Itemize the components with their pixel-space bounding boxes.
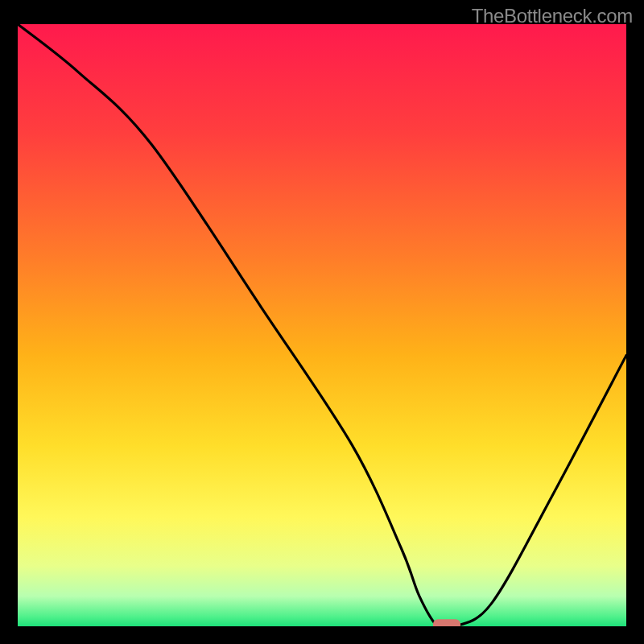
optimal-marker [433, 619, 460, 626]
chart-container [18, 24, 626, 626]
watermark-label: TheBottleneck.com [472, 5, 633, 27]
gradient-background [18, 24, 626, 626]
bottleneck-chart-svg [18, 24, 626, 626]
